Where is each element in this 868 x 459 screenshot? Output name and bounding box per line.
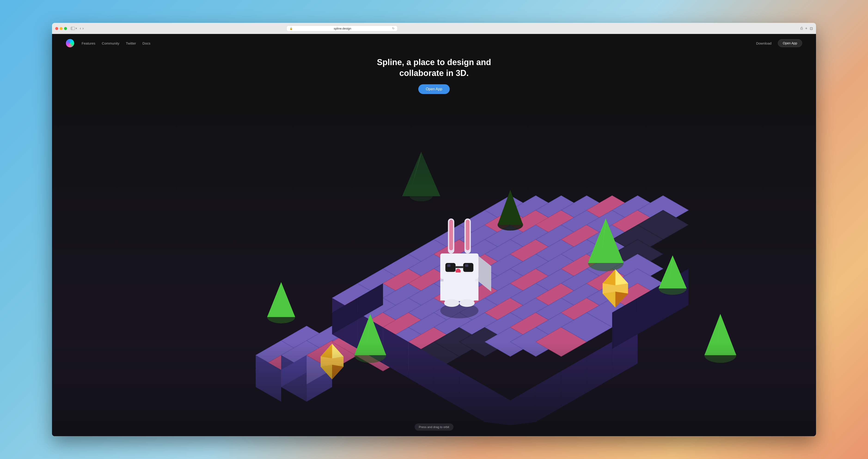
orbit-hint: Press and drag to orbit [414, 423, 454, 431]
sidebar-toggle[interactable]: ▾ [71, 27, 77, 30]
nav-docs[interactable]: Docs [143, 41, 150, 45]
share-icon[interactable]: ⎙ [801, 26, 803, 31]
minimize-button[interactable] [60, 27, 63, 30]
browser-window: ▾ ‹ › 🔒 spline.design ↻ ⎙ + ⊡ Features C… [52, 23, 816, 436]
hero-section: Spline, a place to design and collaborat… [52, 53, 816, 96]
sidebar-right-icon[interactable]: ⊡ [810, 26, 813, 31]
url-text: spline.design [294, 27, 390, 30]
browser-chrome: ▾ ‹ › 🔒 spline.design ↻ ⎙ + ⊡ [52, 23, 816, 34]
address-bar[interactable]: 🔒 spline.design ↻ [286, 26, 398, 31]
nav-features[interactable]: Features [82, 41, 95, 45]
maximize-button[interactable] [64, 27, 67, 30]
lock-icon: 🔒 [289, 27, 293, 30]
hero-cta-button[interactable]: Open App [418, 84, 450, 94]
nav-right: Download Open App [756, 39, 802, 47]
sidebar-icon [71, 27, 75, 30]
nav-community[interactable]: Community [102, 41, 120, 45]
download-link[interactable]: Download [756, 41, 772, 45]
nav-links: Features Community Twitter Docs [82, 41, 150, 45]
scene-svg [52, 96, 816, 436]
nav-twitter[interactable]: Twitter [126, 41, 136, 45]
svg-rect-181 [52, 96, 816, 436]
nav-arrows: ‹ › [80, 26, 84, 31]
close-button[interactable] [55, 27, 58, 30]
forward-arrow[interactable]: › [83, 26, 84, 31]
browser-actions: ⎙ + ⊡ [801, 26, 812, 31]
spline-logo[interactable] [66, 39, 74, 47]
traffic-lights [55, 27, 67, 30]
open-app-button-nav[interactable]: Open App [778, 39, 802, 47]
site-nav: Features Community Twitter Docs Download… [52, 34, 816, 53]
scene-container[interactable]: Press and drag to orbit [52, 96, 816, 436]
new-tab-icon[interactable]: + [805, 26, 807, 31]
reload-icon[interactable]: ↻ [392, 27, 395, 30]
back-arrow[interactable]: ‹ [80, 26, 81, 31]
website-content: Features Community Twitter Docs Download… [52, 34, 816, 436]
hero-title: Spline, a place to design and collaborat… [57, 57, 811, 79]
